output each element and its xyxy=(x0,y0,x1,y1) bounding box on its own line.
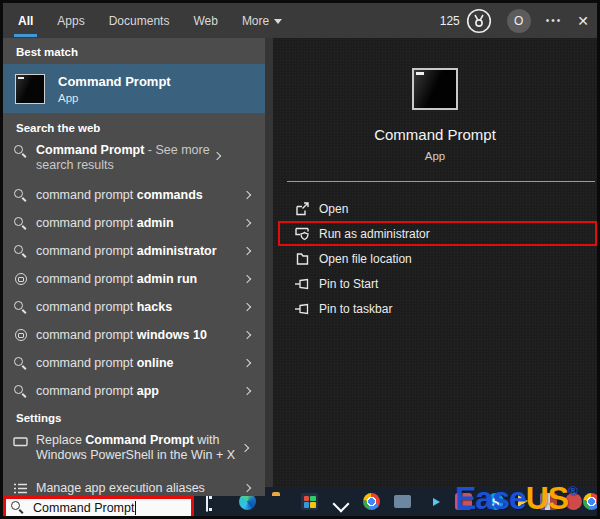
action-label: Open xyxy=(319,202,348,216)
user-avatar[interactable]: O xyxy=(507,9,531,33)
chevron-right-icon xyxy=(213,152,221,160)
chevron-right-icon xyxy=(243,303,251,311)
tab-all-label: All xyxy=(18,14,33,28)
web-suggestion-row[interactable]: command prompt administrator xyxy=(3,237,265,265)
more-options-icon[interactable]: ••• xyxy=(546,15,563,26)
search-icon xyxy=(13,217,28,230)
chevron-right-icon xyxy=(241,444,249,452)
command-prompt-icon xyxy=(15,74,45,104)
web-suggestion-row[interactable]: command prompt admin run xyxy=(3,265,265,293)
search-input-value: Command Prompt xyxy=(33,501,134,515)
close-icon[interactable]: ✕ xyxy=(577,13,589,29)
chevron-right-icon xyxy=(243,275,251,283)
search-web-header: Search the web xyxy=(16,122,100,134)
chevron-down-icon xyxy=(274,19,282,24)
chevron-right-icon xyxy=(243,247,251,255)
search-icon xyxy=(13,145,28,158)
list-icon xyxy=(13,482,28,495)
suggestion-text: command prompt administrator xyxy=(36,244,244,259)
taskbar-search-input[interactable]: Command Prompt xyxy=(3,496,194,519)
settings-header: Settings xyxy=(16,412,61,424)
rewards-count: 125 xyxy=(440,14,460,28)
action-open[interactable]: Open xyxy=(273,196,597,221)
suggestion-text: command prompt commands xyxy=(36,188,244,203)
tab-more[interactable]: More xyxy=(242,3,282,38)
settings-result-row[interactable]: Replace Command Prompt with Windows Powe… xyxy=(3,429,265,471)
app-detail-panel: Command Prompt App Open xyxy=(273,38,597,487)
search-icon xyxy=(13,357,28,370)
web-suggestion-row[interactable]: command prompt app xyxy=(3,377,265,405)
chevron-right-icon xyxy=(243,387,251,395)
suggestion-text: command prompt windows 10 xyxy=(36,328,244,343)
search-results-panel: Best match Command Prompt App Search the… xyxy=(3,38,265,496)
tab-documents-label: Documents xyxy=(109,14,170,28)
search-icon xyxy=(11,501,24,514)
search-icon xyxy=(13,385,28,398)
admin-shield-icon xyxy=(294,226,310,241)
chevron-right-icon xyxy=(243,191,251,199)
action-label: Open file location xyxy=(319,252,412,266)
watermark-text-orange: US xyxy=(526,480,568,516)
tab-documents[interactable]: Documents xyxy=(109,3,170,38)
app-type-label: App xyxy=(273,150,597,162)
settings-result-text: Manage app execution aliases xyxy=(36,481,244,496)
search-filter-bar: All Apps Documents Web More 125 O ••• ✕ xyxy=(3,3,597,38)
action-run-as-administrator[interactable]: Run as administrator xyxy=(273,221,597,246)
chevron-right-icon xyxy=(243,484,251,492)
suggestion-text: command prompt admin xyxy=(36,216,244,231)
section-divider xyxy=(287,181,595,182)
rewards-button[interactable]: 125 xyxy=(440,8,492,34)
search-icon xyxy=(13,189,28,202)
suggestion-text: Command Prompt - See more search results xyxy=(36,143,214,173)
easeus-watermark: EaseUS® xyxy=(455,480,578,517)
registered-mark: ® xyxy=(568,483,578,498)
web-suggestion-row[interactable]: command prompt hacks xyxy=(3,293,265,321)
gray-app-icon[interactable] xyxy=(394,495,411,508)
best-match-subtitle: App xyxy=(58,92,171,104)
action-open-file-location[interactable]: Open file location xyxy=(273,246,597,271)
web-suggestion-row[interactable]: command prompt online xyxy=(3,349,265,377)
display-icon xyxy=(13,435,28,448)
suggestion-icon xyxy=(13,273,28,285)
tab-apps-label: Apps xyxy=(57,14,84,28)
browser-icon[interactable] xyxy=(583,493,600,510)
search-icon xyxy=(13,245,28,258)
chrome-icon[interactable] xyxy=(363,493,380,510)
action-label: Run as administrator xyxy=(319,227,430,241)
app-title: Command Prompt xyxy=(273,126,597,143)
start-search-window: All Apps Documents Web More 125 O ••• ✕ … xyxy=(0,0,600,519)
web-suggestion-row[interactable]: Command Prompt - See more search results xyxy=(3,139,265,179)
open-icon xyxy=(294,201,310,216)
watermark-text-blue: Ease xyxy=(455,480,526,516)
action-pin-to-start[interactable]: Pin to Start xyxy=(273,271,597,296)
best-match-title: Command Prompt xyxy=(58,74,171,89)
tab-more-label: More xyxy=(242,14,269,28)
action-label: Pin to taskbar xyxy=(319,302,392,316)
best-match-text: Command Prompt App xyxy=(58,74,171,104)
best-match-result[interactable]: Command Prompt App xyxy=(3,64,265,113)
pin-icon xyxy=(294,302,310,316)
rewards-medal-icon xyxy=(466,8,492,34)
search-icon xyxy=(13,301,28,314)
chevron-right-icon xyxy=(243,331,251,339)
web-suggestion-row[interactable]: command prompt commands xyxy=(3,181,265,209)
tab-apps[interactable]: Apps xyxy=(57,3,84,38)
panel-divider xyxy=(265,38,273,487)
chevron-right-icon xyxy=(243,219,251,227)
text-cursor xyxy=(135,501,136,515)
app-actions: Open Run as administrator xyxy=(273,196,597,321)
command-prompt-icon-large xyxy=(412,68,458,110)
action-pin-to-taskbar[interactable]: Pin to taskbar xyxy=(273,296,597,321)
suggestion-text: command prompt online xyxy=(36,356,244,371)
app-grid-icon[interactable] xyxy=(301,493,318,510)
web-suggestion-row[interactable]: command prompt admin xyxy=(3,209,265,237)
settings-result-text: Replace Command Prompt with Windows Powe… xyxy=(36,433,242,463)
pin-icon xyxy=(294,277,310,291)
chevron-right-icon xyxy=(243,359,251,367)
web-suggestion-row[interactable]: command prompt windows 10 xyxy=(3,321,265,349)
tab-web-label: Web xyxy=(193,14,217,28)
tab-all[interactable]: All xyxy=(18,3,33,38)
tab-web[interactable]: Web xyxy=(193,3,217,38)
suggestion-text: command prompt admin run xyxy=(36,272,244,287)
suggestion-text: command prompt app xyxy=(36,384,244,399)
